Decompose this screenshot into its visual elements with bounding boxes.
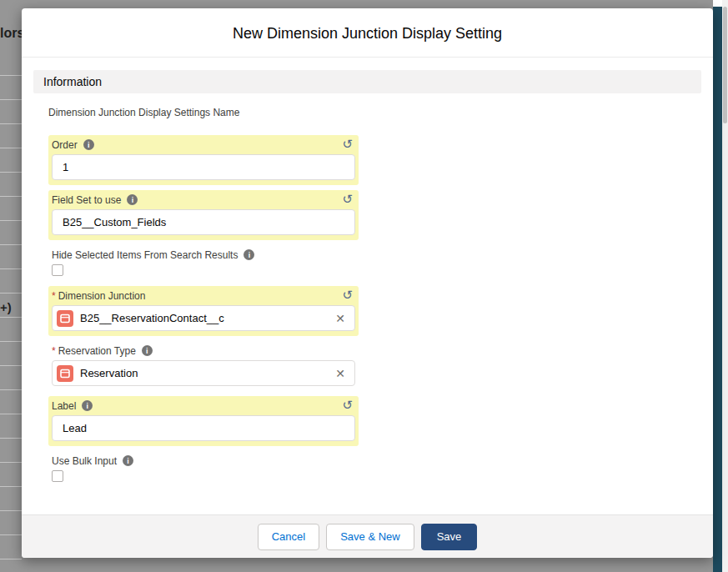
background-side-panel xyxy=(713,7,722,572)
field-use-bulk-label: Use Bulk Input xyxy=(52,455,117,467)
undo-icon[interactable]: ↺ xyxy=(342,399,353,411)
field-set-input[interactable] xyxy=(52,209,355,235)
field-label-label-row: Label i xyxy=(52,399,355,412)
field-order: ↺ Order i xyxy=(48,135,359,185)
info-icon[interactable]: i xyxy=(142,345,153,356)
reservation-type-lookup[interactable]: Reservation ✕ xyxy=(52,360,355,386)
reservation-type-value: Reservation xyxy=(80,367,329,379)
modal-footer: Cancel Save & New Save xyxy=(22,514,713,558)
save-button[interactable]: Save xyxy=(421,524,478,550)
clear-icon[interactable]: ✕ xyxy=(335,368,345,379)
order-input[interactable] xyxy=(52,154,355,180)
field-label: ↺ Label i xyxy=(48,396,359,446)
use-bulk-input-checkbox[interactable] xyxy=(52,470,63,482)
dimension-junction-value: B25__ReservationContact__c xyxy=(80,312,329,324)
field-dimension-junction-label: Dimension Junction xyxy=(58,290,146,302)
record-icon xyxy=(57,365,73,382)
label-input[interactable] xyxy=(52,415,355,441)
background-table-rows xyxy=(0,52,22,572)
modal-body: Information Dimension Junction Display S… xyxy=(22,58,713,514)
info-icon[interactable]: i xyxy=(123,455,133,466)
scrollbar-thumb[interactable] xyxy=(723,7,727,123)
field-dimension-junction-label-row: * Dimension Junction xyxy=(52,289,355,302)
field-hide-selected-items: Hide Selected Items From Search Results … xyxy=(48,245,359,281)
field-dimension-junction: ↺ * Dimension Junction B25__ReservationC… xyxy=(48,286,359,336)
save-and-new-button[interactable]: Save & New xyxy=(326,524,414,550)
field-field-set-label-row: Field Set to use i xyxy=(52,193,355,206)
field-order-label: Order xyxy=(52,139,78,151)
dimension-junction-lookup[interactable]: B25__ReservationContact__c ✕ xyxy=(52,305,355,331)
background-partial-text: lors xyxy=(0,26,24,41)
info-icon[interactable]: i xyxy=(82,400,93,411)
undo-icon[interactable]: ↺ xyxy=(342,138,353,150)
field-field-set-label: Field Set to use xyxy=(52,194,121,206)
cancel-button[interactable]: Cancel xyxy=(258,524,319,550)
required-asterisk: * xyxy=(52,290,56,302)
undo-icon[interactable]: ↺ xyxy=(342,289,353,301)
field-order-label-row: Order i xyxy=(52,138,355,151)
undo-icon[interactable]: ↺ xyxy=(342,193,353,205)
field-hide-selected-label-row: Hide Selected Items From Search Results … xyxy=(52,248,355,261)
info-icon[interactable]: i xyxy=(244,249,254,260)
field-reservation-type-label-row: * Reservation Type i xyxy=(52,344,355,357)
field-label-display-settings-name: Dimension Junction Display Settings Name xyxy=(48,107,701,118)
info-icon[interactable]: i xyxy=(83,139,94,150)
field-use-bulk-label-row: Use Bulk Input i xyxy=(52,454,355,467)
field-use-bulk-input: Use Bulk Input i xyxy=(48,451,359,487)
modal-header: New Dimension Junction Display Setting xyxy=(22,8,713,58)
clear-icon[interactable]: ✕ xyxy=(335,313,345,324)
page-scrollbar[interactable] xyxy=(722,0,728,572)
hide-selected-items-checkbox[interactable] xyxy=(52,264,63,276)
info-icon[interactable]: i xyxy=(127,194,138,205)
form: Dimension Junction Display Settings Name… xyxy=(33,93,701,487)
field-hide-selected-label: Hide Selected Items From Search Results xyxy=(52,249,238,261)
record-icon xyxy=(57,310,73,327)
required-asterisk: * xyxy=(52,345,56,357)
modal-new-dimension-junction-display-setting: New Dimension Junction Display Setting I… xyxy=(22,8,713,558)
field-label-label: Label xyxy=(52,400,76,412)
section-header-information: Information xyxy=(33,70,701,93)
field-reservation-type: * Reservation Type i Reservation ✕ xyxy=(48,341,359,391)
field-field-set-to-use: ↺ Field Set to use i xyxy=(48,190,359,240)
field-reservation-type-label: Reservation Type xyxy=(58,345,136,357)
modal-title: New Dimension Junction Display Setting xyxy=(35,25,700,43)
background-panel-cap xyxy=(713,0,722,7)
